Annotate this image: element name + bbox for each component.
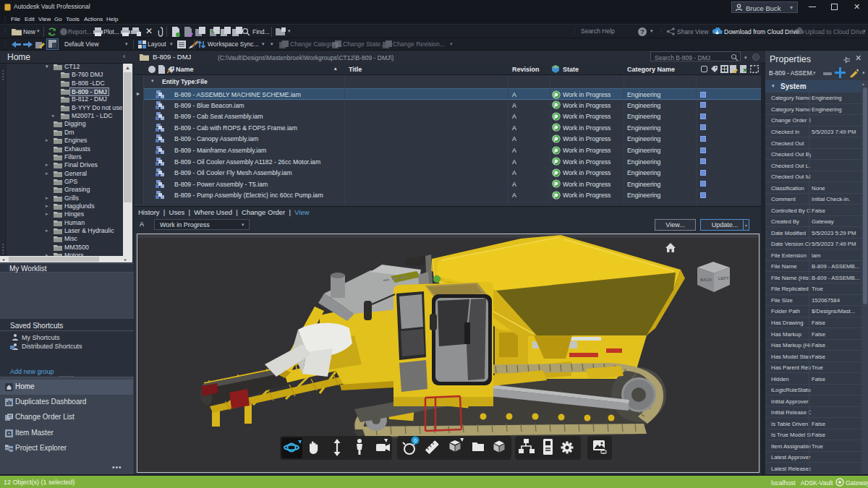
svg-text:0: 0 bbox=[414, 438, 417, 443]
svg-text:LEFT: LEFT bbox=[718, 276, 729, 281]
svg-text:BACK: BACK bbox=[700, 278, 712, 282]
